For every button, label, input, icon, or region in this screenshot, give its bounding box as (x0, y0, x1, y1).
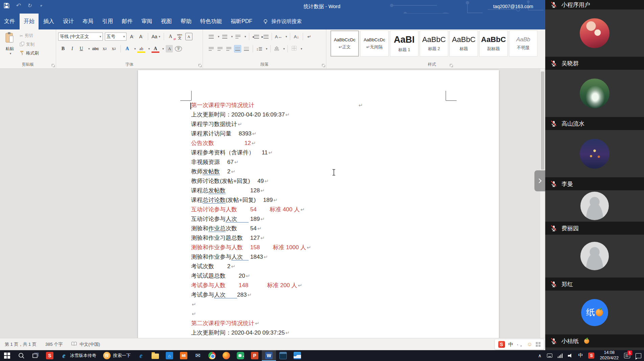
bullet-list-button[interactable] (208, 33, 215, 40)
ribbon-tab-11[interactable]: 福昕PDF (227, 14, 256, 29)
taskbar-item-chrome[interactable] (205, 350, 219, 361)
taskbar-item-edge[interactable]: e (134, 350, 148, 361)
participant-name-row-6[interactable]: 小桔纸 (545, 335, 644, 347)
participant-tile-4[interactable] (545, 190, 644, 222)
copy-button[interactable]: 复制 (20, 42, 39, 47)
ribbon-tab-3[interactable]: 设计 (59, 14, 78, 29)
underline-button[interactable]: U (78, 45, 85, 52)
style-item-5[interactable]: AaBbC副标题 (479, 30, 508, 57)
sogou-logo-icon[interactable]: S (498, 341, 505, 348)
multilevel-list-button[interactable] (234, 33, 242, 40)
show-hide-marks-button[interactable]: ↵ (306, 33, 313, 40)
numbered-list-button[interactable] (221, 33, 228, 40)
justify-button[interactable] (234, 45, 241, 52)
keyboard-tray-icon[interactable] (544, 350, 555, 361)
clipboard-dialog-launcher[interactable] (51, 64, 55, 67)
taskbar-item-meeting[interactable] (233, 350, 248, 361)
taskbar-item-folder[interactable] (148, 350, 162, 361)
paragraph-dialog-launcher[interactable] (322, 64, 325, 67)
distribute-button[interactable] (243, 45, 250, 52)
cut-button[interactable]: ✂剪切 (20, 33, 39, 39)
shrink-font-button[interactable]: Aˇ (138, 33, 145, 40)
change-case-button[interactable]: Aa▾ (151, 33, 161, 40)
taskbar-item-taskview[interactable] (28, 350, 43, 361)
font-dialog-launcher[interactable] (198, 64, 202, 67)
align-left-button[interactable] (208, 45, 215, 52)
paste-dropdown-icon[interactable]: ▾ (10, 52, 12, 55)
participant-name-row-0[interactable]: 小程序用户 (545, 0, 644, 9)
save-icon[interactable] (3, 2, 9, 8)
format-painter-button[interactable]: 格式刷 (20, 50, 39, 56)
font-color-button[interactable]: A (152, 45, 159, 52)
asian-layout-button[interactable]: A↔ (275, 33, 283, 40)
document-page[interactable]: 第一次课程学习情况统计 ↵上次更新时间：2020-04-20 16:09:37↵… (138, 70, 499, 338)
paste-button[interactable]: 粘贴 ▾ (2, 31, 18, 62)
ribbon-tab-1[interactable]: 开始 (20, 14, 39, 29)
scrollbar-thumb[interactable] (541, 71, 544, 170)
line-spacing-button[interactable]: ↕☰ (256, 45, 263, 52)
participant-name-row-1[interactable]: 吴晓群 (545, 57, 644, 70)
taskbar-item-mail[interactable]: ✉ (191, 350, 205, 361)
page-count-status[interactable]: 第 1 页，共 1 页 (5, 341, 37, 347)
action-center-button[interactable] (633, 350, 644, 361)
subscript-button[interactable]: x2 (101, 45, 108, 52)
ribbon-tab-9[interactable]: 帮助 (177, 14, 196, 29)
participant-name-row-4[interactable]: 费丽园 (545, 222, 644, 235)
participant-tile-5[interactable] (545, 235, 644, 278)
taskbar-item-mi[interactable]: MI (177, 350, 191, 361)
superscript-button[interactable]: x2 (110, 45, 117, 52)
ime-toolbox-icon[interactable] (536, 342, 540, 347)
borders-button[interactable] (291, 45, 298, 52)
word-count-status[interactable]: 385 个字 (45, 341, 63, 347)
taskbar-item-wave[interactable] (290, 350, 304, 361)
ime-emoji-icon[interactable]: ☺ (527, 341, 532, 347)
account-email[interactable]: taq2007@163.com (493, 4, 533, 9)
network-tray-icon[interactable] (555, 350, 566, 361)
participant-tile-6[interactable]: 纸 (545, 291, 644, 335)
phonetic-guide-button[interactable]: wén文 (176, 33, 183, 40)
ribbon-tab-7[interactable]: 审阅 (137, 14, 156, 29)
styles-dialog-launcher[interactable] (450, 64, 453, 67)
highlight-color-button[interactable]: ab (138, 45, 145, 52)
taskbar-item-console[interactable] (276, 350, 290, 361)
style-item-3[interactable]: AaBbC标题 2 (420, 30, 448, 57)
ribbon-tab-6[interactable]: 邮件 (118, 14, 137, 29)
enclose-characters-button[interactable]: 字 (175, 46, 182, 51)
panel-collapse-button[interactable] (534, 170, 545, 191)
vertical-scrollbar[interactable] (540, 69, 545, 338)
character-shading-button[interactable]: A (166, 45, 173, 52)
redo-icon[interactable]: ↻ (26, 2, 32, 8)
ime-mode-tray[interactable]: 中 (575, 350, 585, 361)
taskbar-item-start[interactable] (0, 350, 14, 361)
ime-punctuation-icon[interactable]: ·， (517, 341, 524, 348)
ribbon-tab-8[interactable]: 视图 (157, 14, 176, 29)
style-item-6[interactable]: AaBb不明显 (509, 30, 537, 57)
ribbon-tab-4[interactable]: 布局 (78, 14, 97, 29)
sogou-tray-icon[interactable]: S (585, 350, 597, 361)
font-family-select[interactable]: 等线 (中文正文▾ (58, 33, 103, 41)
taskbar-item-word[interactable]: W (262, 350, 276, 361)
participant-name-row-5[interactable]: 郑红 (545, 278, 644, 291)
font-size-select[interactable]: 五号▾ (105, 33, 127, 41)
strikethrough-button[interactable]: abc (92, 45, 99, 52)
align-center-button[interactable] (216, 45, 224, 52)
ribbon-tab-2[interactable]: 插入 (39, 14, 58, 29)
shading-button[interactable] (273, 45, 280, 52)
underline-dropdown-icon[interactable]: ▾ (88, 47, 90, 50)
participant-tile-2[interactable] (545, 70, 644, 117)
style-item-0[interactable]: AaBbCcDc↵正文 (330, 30, 359, 57)
ribbon-tab-0[interactable]: 文件 (0, 14, 19, 29)
volume-tray-icon[interactable] (565, 350, 575, 361)
taskbar-item-ie[interactable]: e冰雪版本传奇 (57, 350, 100, 361)
undo-icon[interactable]: ↶ (15, 2, 21, 8)
taskbar-item-sogou[interactable]: S (43, 350, 57, 361)
style-item-4[interactable]: AaBbC标题 (450, 30, 478, 57)
taskbar-item-ppt[interactable]: P (248, 350, 262, 361)
style-item-2[interactable]: AaBI标题 1 (390, 30, 418, 57)
notification-tray-icon[interactable]: 5 (621, 350, 633, 361)
style-item-1[interactable]: AaBbCcDc↵无间隔 (360, 30, 389, 57)
hidden-icons-button[interactable]: ∧ (535, 350, 544, 361)
taskbar-item-firefox[interactable] (219, 350, 233, 361)
participant-tile-3[interactable] (545, 130, 644, 177)
participant-name-row-3[interactable]: 李曼 (545, 177, 644, 190)
